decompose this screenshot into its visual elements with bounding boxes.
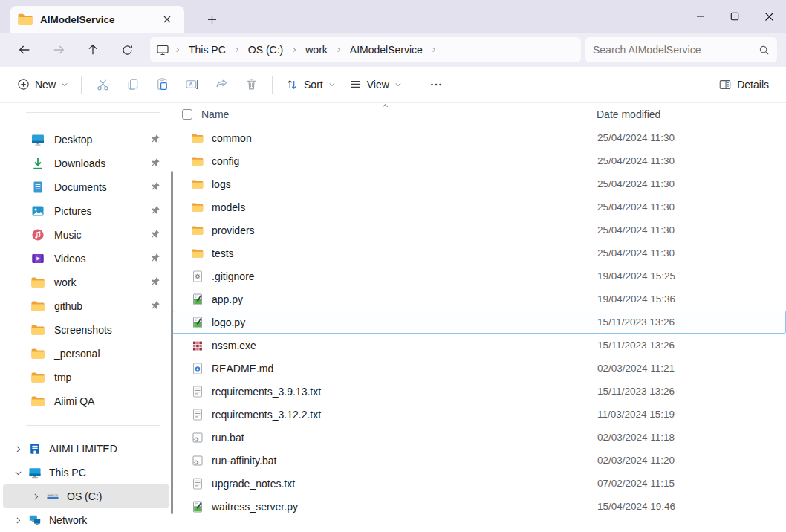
pin-icon[interactable] <box>149 276 160 288</box>
file-row[interactable]: upgrade_notes.txt07/02/2024 11:15 <box>172 472 786 495</box>
file-row[interactable]: tests25/04/2024 11:30 <box>172 241 786 265</box>
file-date-modified: 19/04/2024 15:25 <box>597 270 675 282</box>
rename-button[interactable] <box>177 71 207 98</box>
copy-button[interactable] <box>117 71 147 98</box>
pin-icon[interactable] <box>149 300 160 311</box>
up-button[interactable] <box>80 37 105 62</box>
back-button[interactable] <box>12 37 37 62</box>
file-row[interactable]: run-affinity.bat02/03/2024 11:20 <box>172 449 786 472</box>
search-box[interactable] <box>585 37 777 62</box>
sidebar-tree-item-this-pc[interactable]: This PC <box>3 461 169 484</box>
python-file-icon <box>191 293 204 305</box>
column-header-date-modified[interactable]: Date modified <box>597 108 660 120</box>
paste-button[interactable] <box>147 71 177 98</box>
sidebar-tree-item-os-c-[interactable]: OS (C:) <box>3 484 169 508</box>
breadcrumb-chevron-icon[interactable] <box>172 46 183 53</box>
breadcrumb-item[interactable]: This PC <box>183 41 232 59</box>
folder-icon <box>191 203 204 212</box>
this-pc-icon <box>28 466 42 479</box>
sidebar-tree-item-aiimi-limited[interactable]: AIIMI LIMITED <box>3 437 169 461</box>
pin-icon[interactable] <box>149 205 160 216</box>
file-row[interactable]: models25/04/2024 11:30 <box>172 195 786 218</box>
sidebar-item-label: work <box>54 276 77 288</box>
file-row[interactable]: config25/04/2024 11:30 <box>172 149 786 172</box>
column-header-name[interactable]: Name <box>201 108 229 120</box>
pin-icon[interactable] <box>149 134 160 145</box>
file-row[interactable]: waitress_server.py15/04/2024 19:46 <box>172 495 786 518</box>
file-row[interactable]: app.py19/04/2024 15:36 <box>172 288 786 311</box>
file-row[interactable]: requirements_3.9.13.txt15/11/2023 13:26 <box>172 380 786 403</box>
file-row[interactable]: run.bat02/03/2024 11:18 <box>172 426 786 449</box>
chevron-down-icon[interactable] <box>12 467 24 479</box>
tab-close-icon[interactable] <box>157 10 177 29</box>
breadcrumb-item[interactable]: AIModelService <box>344 41 429 59</box>
select-all-checkbox[interactable] <box>182 109 192 120</box>
sidebar-item-screenshots[interactable]: Screenshots <box>3 318 169 342</box>
file-name: requirements_3.9.13.txt <box>212 386 321 398</box>
breadcrumb-item[interactable]: work <box>299 41 334 59</box>
details-button[interactable]: Details <box>712 73 776 97</box>
navigation-bar: This PCOS (C:)workAIModelService <box>0 33 786 67</box>
file-row[interactable]: logs25/04/2024 11:30 <box>172 172 786 195</box>
file-date-modified: 25/04/2024 11:30 <box>597 155 675 166</box>
sidebar-item--personal[interactable]: _personal <box>3 342 169 366</box>
explorer-tab[interactable]: AIModelService <box>10 6 184 33</box>
file-row[interactable]: .gitignore19/04/2024 15:25 <box>172 265 786 288</box>
sidebar-item-work[interactable]: work <box>3 270 169 294</box>
tab-title: AIModelService <box>40 14 150 25</box>
refresh-button[interactable] <box>114 37 140 62</box>
pin-icon[interactable] <box>149 229 160 240</box>
chevron-right-icon[interactable] <box>30 490 42 502</box>
new-button[interactable]: New <box>10 73 75 96</box>
file-row[interactable]: requirements_3.12.2.txt11/03/2024 15:19 <box>172 403 786 426</box>
sidebar-item-github[interactable]: github <box>3 294 169 318</box>
sidebar-item-aiimi-qa[interactable]: Aiimi QA <box>3 389 169 413</box>
file-row[interactable]: logo.py15/11/2023 13:26 <box>172 311 786 334</box>
close-button[interactable] <box>752 0 786 33</box>
address-bar[interactable]: This PCOS (C:)workAIModelService <box>150 37 581 62</box>
file-date-modified: 25/04/2024 11:30 <box>597 132 675 143</box>
breadcrumb-chevron-icon[interactable] <box>429 46 439 53</box>
toolbar-separator <box>81 76 82 94</box>
sidebar-item-downloads[interactable]: Downloads <box>3 152 169 175</box>
file-name: run.bat <box>212 432 244 444</box>
view-button[interactable]: View <box>342 73 409 96</box>
chevron-right-icon[interactable] <box>12 514 24 526</box>
drive-icon <box>46 490 59 503</box>
more-options-button[interactable] <box>421 71 451 98</box>
file-row[interactable]: nssm.exe15/11/2023 13:26 <box>172 334 786 357</box>
breadcrumb-item[interactable]: OS (C:) <box>242 41 289 59</box>
search-input[interactable] <box>593 44 759 56</box>
sidebar-scrollbar[interactable] <box>171 171 173 514</box>
sidebar-tree-item-network[interactable]: Network <box>3 508 169 532</box>
forward-button[interactable] <box>46 37 71 62</box>
breadcrumb-chevron-icon[interactable] <box>334 46 344 53</box>
sidebar-item-videos[interactable]: Videos <box>3 247 169 270</box>
breadcrumb-chevron-icon[interactable] <box>232 46 242 53</box>
file-explorer-window: AIModelService <box>0 0 786 532</box>
share-button[interactable] <box>207 71 236 98</box>
pin-icon[interactable] <box>149 158 160 169</box>
pin-icon[interactable] <box>149 253 160 264</box>
file-row[interactable]: common25/04/2024 11:30 <box>172 126 786 149</box>
sidebar-item-label: Videos <box>54 253 86 265</box>
column-separator[interactable] <box>591 106 591 125</box>
sort-button[interactable]: Sort <box>279 73 342 97</box>
new-tab-button[interactable] <box>202 10 221 29</box>
breadcrumb-chevron-icon[interactable] <box>289 46 299 53</box>
sidebar-item-desktop[interactable]: Desktop <box>3 128 169 152</box>
sidebar-item-documents[interactable]: Documents <box>3 175 169 199</box>
cut-button[interactable] <box>88 71 117 98</box>
chevron-right-icon[interactable] <box>12 443 24 455</box>
file-row[interactable]: providers25/04/2024 11:30 <box>172 218 786 241</box>
pin-icon[interactable] <box>149 181 160 192</box>
delete-button[interactable] <box>236 71 266 98</box>
file-date-modified: 25/04/2024 11:30 <box>597 201 675 213</box>
sidebar-item-pictures[interactable]: Pictures <box>3 199 169 223</box>
sidebar-item-music[interactable]: Music <box>3 223 169 247</box>
minimize-button[interactable] <box>683 0 718 33</box>
file-list-pane: Name Date modified common25/04/2024 11:3… <box>172 103 786 532</box>
file-row[interactable]: README.md02/03/2024 11:21 <box>172 357 786 380</box>
maximize-button[interactable] <box>718 0 752 33</box>
sidebar-item-tmp[interactable]: tmp <box>3 366 169 389</box>
